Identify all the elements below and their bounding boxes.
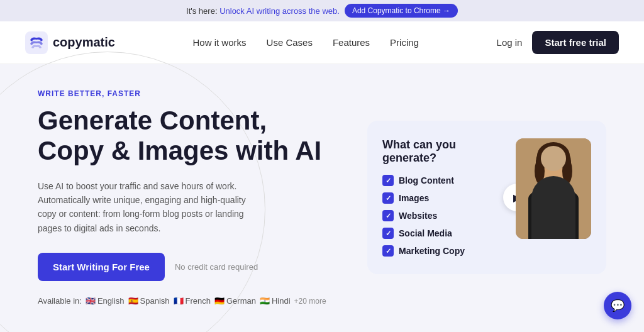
lang-german: 🇩🇪 German [214,296,256,306]
list-item-websites: ✓ Websites [382,210,506,221]
check-icon-websites: ✓ [382,210,394,221]
check-icon-blog: ✓ [382,175,394,186]
generate-card: What can you generate? ✓ Blog Content ✓ … [367,121,606,274]
logo-text: copymatic [53,35,115,50]
top-banner: It's here: Unlock AI writing across the … [0,0,644,21]
svg-point-8 [535,158,545,184]
person-image [516,138,591,239]
hero-title: Generate Content,Copy & Images with AI [38,106,330,167]
hindi-label: Hindi [272,296,291,306]
banner-prefix: It's here: [186,6,217,16]
start-free-trial-button[interactable]: Start free trial [532,31,619,54]
lang-french: 🇫🇷 French [174,296,211,306]
nav-link-features[interactable]: Features [333,37,370,48]
check-icon-marketing: ✓ [382,245,394,257]
list-label-marketing: Marketing Copy [399,246,465,256]
navbar: copymatic How it works Use Cases Feature… [0,21,644,64]
banner-text: It's here: Unlock AI writing across the … [186,6,340,16]
list-item-images: ✓ Images [382,192,506,204]
svg-rect-5 [528,194,579,239]
generate-card-title: What can you generate? [382,138,506,165]
list-label-images: Images [399,193,429,203]
hindi-flag: 🇮🇳 [260,296,270,306]
banner-cta-button[interactable]: Add Copymatic to Chrome → [345,4,458,18]
logo-area: copymatic [25,31,115,54]
chat-icon: 💬 [611,299,625,313]
hero-left: WRITE BETTER, FASTER Generate Content,Co… [38,89,330,306]
nav-link-use-cases[interactable]: Use Cases [267,37,313,48]
check-icon-images: ✓ [382,192,394,204]
svg-point-9 [562,158,572,184]
hero-section: WRITE BETTER, FASTER Generate Content,Co… [0,64,644,318]
nav-link-how-it-works[interactable]: How it works [193,37,247,48]
lang-spanish: 🇪🇸 Spanish [128,296,170,306]
login-button[interactable]: Log in [497,37,523,48]
svg-rect-4 [548,184,558,195]
nav-link-pricing[interactable]: Pricing [390,37,419,48]
copymatic-logo-icon [25,31,48,54]
chat-bubble-button[interactable]: 💬 [604,292,631,319]
nav-links: How it works Use Cases Features Pricing [193,37,419,48]
spanish-label: Spanish [140,296,170,306]
available-label: Available in: [38,296,82,306]
french-flag: 🇫🇷 [174,296,184,306]
hero-tag: WRITE BETTER, FASTER [38,89,330,98]
no-credit-card-text: No credit card required [175,262,258,272]
hero-right: What can you generate? ✓ Blog Content ✓ … [367,121,606,274]
start-writing-button[interactable]: Start Writing For Free [38,253,165,281]
list-label-websites: Websites [399,211,437,221]
english-label: English [97,296,125,306]
hero-description: Use AI to boost your traffic and save ho… [38,179,252,236]
check-icon-social: ✓ [382,228,394,239]
english-flag: 🇬🇧 [86,296,96,306]
svg-rect-1 [516,138,591,239]
person-svg [516,138,591,239]
list-label-blog: Blog Content [399,175,454,185]
lang-english: 🇬🇧 English [86,296,125,306]
hero-cta-row: Start Writing For Free No credit card re… [38,253,330,281]
list-item-marketing: ✓ Marketing Copy [382,245,506,257]
generate-content: What can you generate? ✓ Blog Content ✓ … [382,138,506,257]
available-languages-row: Available in: 🇬🇧 English 🇪🇸 Spanish 🇫🇷 F… [38,296,330,306]
list-label-social: Social Media [399,228,452,238]
french-label: French [186,296,211,306]
german-label: German [226,296,256,306]
generate-list: ✓ Blog Content ✓ Images ✓ Websites ✓ Soc… [382,175,506,257]
german-flag: 🇩🇪 [214,296,225,306]
lang-hindi: 🇮🇳 Hindi [260,296,291,306]
list-item-social: ✓ Social Media [382,228,506,239]
svg-point-6 [530,189,577,204]
more-languages-label: +20 more [294,297,326,306]
list-item-blog: ✓ Blog Content [382,175,506,186]
spanish-flag: 🇪🇸 [128,296,138,306]
banner-link[interactable]: Unlock AI writing across the web. [219,6,340,16]
nav-actions: Log in Start free trial [497,31,619,54]
